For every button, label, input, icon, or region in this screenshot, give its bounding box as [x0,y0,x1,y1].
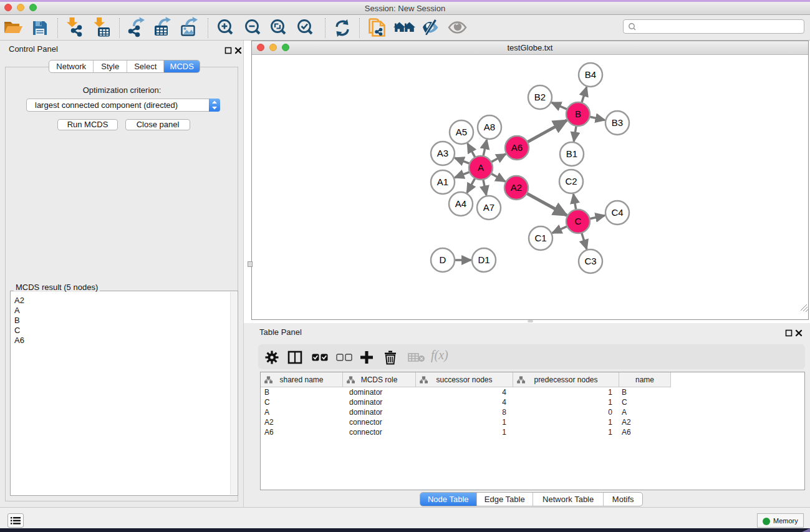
svg-text:B3: B3 [612,117,623,128]
svg-text:B: B [575,109,581,119]
svg-text:B1: B1 [566,148,577,159]
svg-text:D: D [440,254,446,265]
svg-text:C1: C1 [534,233,546,243]
svg-text:A5: A5 [456,127,467,137]
svg-text:A1: A1 [437,177,448,187]
svg-text:C: C [575,216,582,226]
svg-text:B4: B4 [585,69,596,80]
svg-text:A: A [478,162,484,173]
svg-text:C2: C2 [565,176,577,186]
svg-text:A4: A4 [455,198,466,209]
svg-text:D1: D1 [478,254,489,265]
svg-text:C4: C4 [611,207,623,218]
svg-text:A3: A3 [437,148,448,158]
svg-text:A6: A6 [511,142,523,153]
svg-text:C3: C3 [584,256,596,266]
svg-text:A2: A2 [511,182,522,193]
svg-text:B2: B2 [534,92,546,102]
svg-text:A7: A7 [483,202,494,213]
svg-text:A8: A8 [484,122,495,132]
